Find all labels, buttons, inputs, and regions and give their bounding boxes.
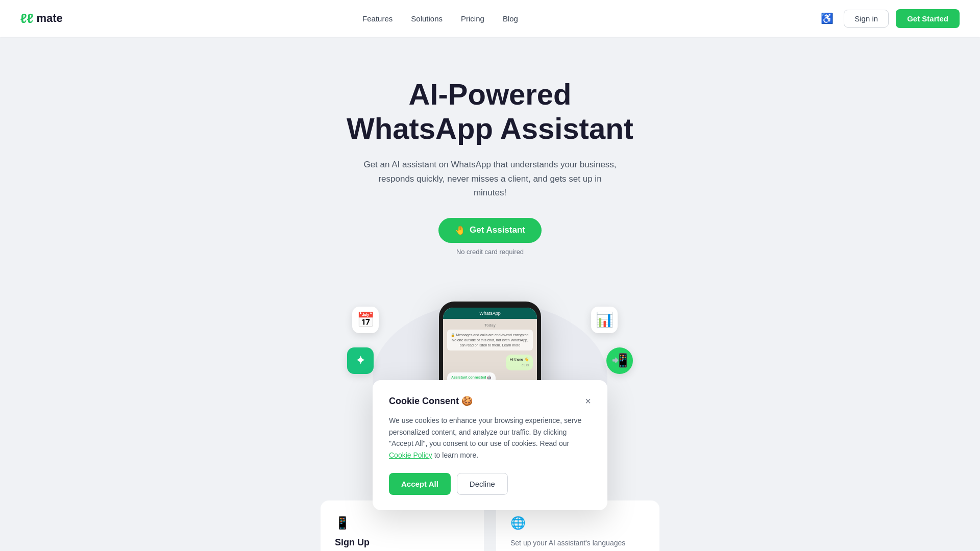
phone-date: Today	[443, 319, 537, 330]
feature-card-title-0: Sign Up	[335, 537, 470, 548]
calendar-icon: 📅	[352, 307, 379, 333]
openai-icon: ✦	[347, 347, 374, 374]
hero-subtitle: Get an AI assistant on WhatsApp that und…	[362, 158, 618, 199]
accept-all-button[interactable]: Accept All	[389, 473, 451, 495]
cookie-body-text: We use cookies to enhance your browsing …	[389, 416, 581, 447]
cookie-body-suffix: to learn more.	[434, 451, 478, 459]
phone-top-bar: WhatsApp	[443, 308, 537, 319]
brand-logo[interactable]: ℓℓ mate	[20, 11, 63, 27]
no-credit-text: No credit card required	[456, 248, 524, 256]
nav-link-solutions[interactable]: Solutions	[411, 14, 443, 23]
decline-button[interactable]: Decline	[457, 473, 508, 495]
hero-title: AI-Powered WhatsApp Assistant	[271, 78, 709, 145]
feature-card-icon-1: 🌐	[510, 516, 645, 530]
whatsapp-float-icon: 📲	[606, 347, 633, 374]
cta-icon: 🤚	[455, 225, 465, 236]
nav-link-blog[interactable]: Blog	[503, 14, 518, 23]
sheets-icon: 📊	[591, 307, 618, 333]
cookie-body: We use cookies to enhance your browsing …	[389, 415, 591, 461]
cookie-actions: Accept All Decline	[389, 473, 591, 495]
phone-system-msg: 🔒 Messages and calls are end-to-end encr…	[447, 330, 533, 350]
accessibility-button[interactable]: ♿	[818, 9, 837, 28]
logo-icon: ℓℓ	[20, 11, 33, 27]
cookie-header: Cookie Consent 🍪 ×	[389, 395, 591, 407]
navigation: ℓℓ mate Features Solutions Pricing Blog …	[0, 0, 980, 37]
signin-button[interactable]: Sign in	[844, 10, 889, 28]
feature-card-desc-1: Set up your AI assistant's languages	[510, 537, 645, 548]
nav-actions: ♿ Sign in Get Started	[818, 9, 960, 28]
nav-links: Features Solutions Pricing Blog	[362, 14, 518, 23]
cookie-close-button[interactable]: ×	[585, 396, 591, 406]
hero-cta: 🤚 Get Assistant No credit card required	[271, 218, 709, 256]
nav-link-pricing[interactable]: Pricing	[461, 14, 484, 23]
get-assistant-button[interactable]: 🤚 Get Assistant	[438, 218, 542, 243]
cookie-modal: Cookie Consent 🍪 × We use cookies to enh…	[373, 380, 607, 510]
logo-text: mate	[36, 12, 62, 25]
chat-message-1: Hi there 👋 01:23	[447, 355, 533, 370]
cookie-policy-link[interactable]: Cookie Policy	[389, 451, 432, 459]
get-started-button[interactable]: Get Started	[896, 9, 960, 28]
cta-label: Get Assistant	[470, 225, 525, 235]
nav-link-features[interactable]: Features	[362, 14, 393, 23]
feature-card-icon-0: 📱	[335, 516, 470, 530]
cookie-title: Cookie Consent 🍪	[389, 395, 473, 407]
bubble-text-1: Hi there 👋	[510, 357, 529, 363]
bubble-label-2: Assistant connected 🤖	[451, 375, 492, 380]
bubble-time-1: 01:23	[510, 364, 529, 368]
